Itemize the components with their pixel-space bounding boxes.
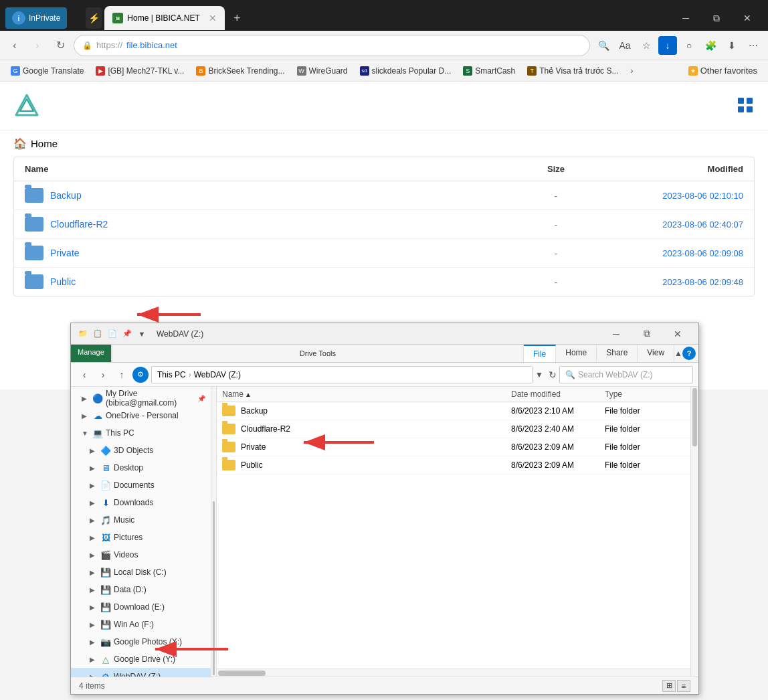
content-scrollbar-thumb[interactable] xyxy=(692,388,697,446)
file-row-backup[interactable]: Backup - 2023-08-06 02:10:10 xyxy=(14,181,754,210)
nav-pane-scrollbar[interactable] xyxy=(211,387,217,677)
nav-scrollbar-thumb[interactable] xyxy=(213,501,215,675)
file-row-private[interactable]: Private - 2023-08-06 02:09:08 xyxy=(14,239,754,268)
address-bar[interactable]: 🔒 https:// file.bibica.net xyxy=(74,35,590,56)
content-row-public[interactable]: Public 8/6/2023 2:09 AM File folder xyxy=(217,456,690,474)
nav-label-local-disk-c: Local Disk (C:) xyxy=(114,567,205,577)
explorer-breadcrumb[interactable]: This PC › WebDAV (Z:) xyxy=(151,366,533,383)
nav-item-documents[interactable]: ▶ 📄 Documents xyxy=(71,476,211,494)
ribbon-tab-share[interactable]: Share xyxy=(597,345,638,362)
refresh-button[interactable]: ↻ xyxy=(51,36,70,55)
file-link-backup[interactable]: Backup xyxy=(50,190,82,201)
browser-frame: i InPrivate ⚡ B Home | BIBICA.NET ✕ + ─ … xyxy=(0,0,768,82)
favorites-button[interactable]: ☆ xyxy=(637,36,656,55)
bookmark-smartcash[interactable]: S SmartCash xyxy=(458,64,520,78)
webdav-drive-icon: ⚙ xyxy=(132,367,149,383)
content-row-backup[interactable]: Backup 8/6/2023 2:10 AM File folder xyxy=(217,402,690,420)
bookmark-wireguard[interactable]: W WireGuard xyxy=(292,64,353,78)
bookmark-visa[interactable]: T Thẻ Visa trả trước S... xyxy=(522,64,623,78)
download-button[interactable]: ↓ xyxy=(658,36,677,55)
nav-item-webdav[interactable]: ▶ ⚙ WebDAV (Z:) xyxy=(71,668,211,677)
local-disk-c-icon: 💾 xyxy=(100,567,111,578)
details-view-button[interactable]: ⊞ xyxy=(662,680,676,692)
nav-item-desktop[interactable]: ▶ 🖥 Desktop xyxy=(71,459,211,476)
more-bookmarks-arrow[interactable]: › xyxy=(625,66,638,76)
nav-item-videos[interactable]: ▶ 🎬 Videos xyxy=(71,546,211,563)
horizontal-scrollbar-thumb[interactable] xyxy=(218,671,266,676)
bookmark-mech27[interactable]: ▶ [GB] Mech27-TKL v... xyxy=(90,64,189,78)
file-row-cloudflare[interactable]: Cloudflare-R2 - 2023-08-06 02:40:07 xyxy=(14,210,754,239)
horizontal-scrollbar[interactable] xyxy=(217,669,690,677)
bookmark-slickdeals[interactable]: sd slickdeals Popular D... xyxy=(355,64,457,78)
explorer-minimize-button[interactable]: ─ xyxy=(601,323,632,345)
extensions-button[interactable]: 🧩 xyxy=(701,36,720,55)
explorer-back-button[interactable]: ‹ xyxy=(76,367,92,383)
explorer-close-button[interactable]: ✕ xyxy=(662,323,693,345)
settings-button[interactable]: ⋯ xyxy=(744,36,763,55)
list-view-button[interactable]: ≡ xyxy=(677,680,690,692)
explorer-up-button[interactable]: ↑ xyxy=(114,367,130,383)
file-link-cloudflare[interactable]: Cloudflare-R2 xyxy=(50,219,108,230)
collections-button[interactable]: ○ xyxy=(680,36,698,55)
bookmark-google-translate[interactable]: G Google Translate xyxy=(5,64,89,78)
tab-close-button[interactable]: ✕ xyxy=(209,13,217,23)
explorer-refresh-button[interactable]: ↻ xyxy=(549,369,557,380)
music-icon: 🎵 xyxy=(100,515,111,525)
nav-item-mydrive[interactable]: ▶ 🔵 My Drive (bibica@gmail.com) 📌 xyxy=(71,389,211,407)
reader-view-button[interactable]: Aa xyxy=(615,36,634,55)
back-button[interactable]: ‹ xyxy=(5,36,24,55)
down-arrow-icon[interactable]: ▼ xyxy=(135,327,149,341)
nav-item-google-drive[interactable]: ▶ △ Google Drive (Y:) xyxy=(71,650,211,668)
new-tab-button[interactable]: + xyxy=(227,9,246,27)
pin-icon[interactable]: 📌 xyxy=(120,327,134,341)
nav-item-music[interactable]: ▶ 🎵 Music xyxy=(71,511,211,529)
other-favorites[interactable]: ★ Other favorites xyxy=(683,64,763,78)
sort-ascending-icon: ▲ xyxy=(245,391,252,398)
explorer-restore-button[interactable]: ⧉ xyxy=(632,323,662,345)
content-scrollbar[interactable] xyxy=(690,387,698,677)
new-folder-icon[interactable]: 📋 xyxy=(91,327,104,341)
restore-button[interactable]: ⧉ xyxy=(701,7,732,29)
nav-item-downloads[interactable]: ▶ ⬇ Downloads xyxy=(71,494,211,511)
explorer-search[interactable]: 🔍 Search WebDAV (Z:) xyxy=(559,366,693,383)
file-row-public[interactable]: Public - 2023-08-06 02:09:48 xyxy=(14,268,754,296)
download-nav-button[interactable]: ⬇ xyxy=(723,36,741,55)
file-link-private[interactable]: Private xyxy=(50,248,80,258)
nav-item-local-disk-c[interactable]: ▶ 💾 Local Disk (C:) xyxy=(71,563,211,581)
forward-button[interactable]: › xyxy=(28,36,47,55)
search-button[interactable]: 🔍 xyxy=(594,36,613,55)
file-link-public[interactable]: Public xyxy=(50,276,76,287)
bookmark-brickseek[interactable]: B BrickSeek Trending... xyxy=(191,64,290,78)
bibica-logo-svg xyxy=(13,92,40,119)
ribbon-tab-manage[interactable]: Manage xyxy=(71,345,112,362)
nav-item-download-e[interactable]: ▶ 💾 Download (E:) xyxy=(71,598,211,616)
search-placeholder: Search WebDAV (Z:) xyxy=(578,370,653,379)
nav-item-onedrive[interactable]: ▶ ☁ OneDrive - Personal xyxy=(71,407,211,424)
explorer-forward-button[interactable]: › xyxy=(95,367,111,383)
minimize-button[interactable]: ─ xyxy=(670,7,701,29)
ribbon-tab-file[interactable]: File xyxy=(524,345,556,362)
content-empty-space xyxy=(217,474,690,669)
ribbon-tab-home[interactable]: Home xyxy=(556,345,597,362)
tab-empty[interactable]: ⚡ xyxy=(86,7,102,29)
ribbon-collapse-button[interactable]: ▲ xyxy=(674,349,682,358)
nav-item-3d-objects[interactable]: ▶ 🔷 3D Objects xyxy=(71,442,211,459)
mydrive-expand-arrow: ▶ xyxy=(82,395,90,402)
explorer-dropdown-button[interactable]: ▼ xyxy=(535,370,543,379)
nav-item-thispc[interactable]: ▼ 💻 This PC xyxy=(71,424,211,442)
nav-item-data-d[interactable]: ▶ 💾 Data (D:) xyxy=(71,581,211,598)
help-button[interactable]: ? xyxy=(682,347,696,360)
content-row-private[interactable]: Private 8/6/2023 2:09 AM File folder xyxy=(217,438,690,456)
close-button[interactable]: ✕ xyxy=(732,7,763,29)
nav-item-win-ao-f[interactable]: ▶ 💾 Win Ao (F:) xyxy=(71,616,211,633)
content-row-cloudflare[interactable]: Cloudflare-R2 8/6/2023 2:40 AM File fold… xyxy=(217,420,690,438)
ribbon-tab-view[interactable]: View xyxy=(638,345,674,362)
nav-item-pictures[interactable]: ▶ 🖼 Pictures xyxy=(71,529,211,546)
header-grid-icon[interactable] xyxy=(736,96,755,116)
active-tab[interactable]: B Home | BIBICA.NET ✕ xyxy=(104,6,225,30)
undo-icon[interactable]: 📄 xyxy=(106,327,119,341)
nav-item-google-photos[interactable]: ▶ 📷 Google Photos (X:) xyxy=(71,633,211,650)
quick-access-icon[interactable]: 📁 xyxy=(76,327,90,341)
folder-icon-private xyxy=(25,246,43,260)
home-icon: 🏠 xyxy=(13,137,27,150)
